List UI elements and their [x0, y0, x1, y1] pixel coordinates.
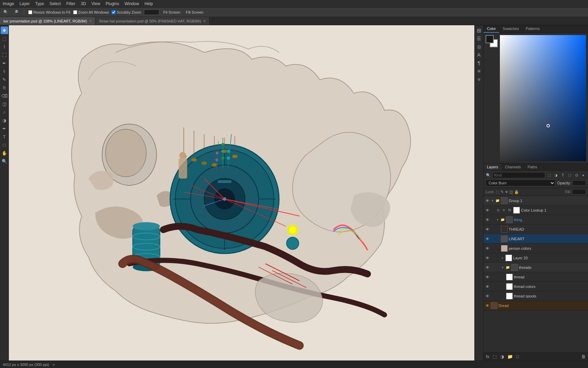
layer-item[interactable]: 👁 thread colors	[484, 282, 588, 291]
menu-view[interactable]: View	[92, 1, 100, 6]
new-layer-button[interactable]: □	[515, 354, 520, 359]
tab-0[interactable]: ker presentation.psd @ 108% (LINEART, RG…	[0, 17, 96, 25]
expand-icon[interactable]: ▾	[501, 266, 504, 269]
visibility-icon[interactable]: 👁	[485, 256, 490, 260]
lasso-tool[interactable]: ⌇	[1, 43, 8, 50]
clone-tool[interactable]: ⎘	[1, 84, 8, 91]
fg-color-swatch[interactable]	[486, 35, 494, 43]
text-panel-tool[interactable]: A	[475, 51, 483, 59]
add-adjustment-button[interactable]: ◑	[499, 354, 505, 359]
histogram-tool[interactable]: ✳	[475, 67, 483, 75]
layer-item-dread[interactable]: 👁 Dread	[484, 301, 588, 310]
lock-pixel-icon[interactable]: ⬚	[496, 190, 499, 194]
expand-icon[interactable]: ▾	[491, 199, 494, 202]
shape-tool[interactable]: □	[1, 141, 8, 149]
pixel-filter-icon[interactable]: ⬚	[546, 172, 552, 178]
layer-item[interactable]: 👁 LINEART	[484, 234, 588, 244]
zoom-in-button[interactable]: 🔍	[2, 9, 10, 15]
color-gradient-picker[interactable]	[500, 35, 586, 161]
tab-1[interactable]: Straw hat presentation.psd @ 50% (FINISH…	[96, 17, 210, 25]
swatches-tab[interactable]: Swatches	[499, 25, 522, 33]
smartobj-filter-icon[interactable]: ⊙	[574, 172, 579, 178]
crop-tool[interactable]: ⛶	[1, 51, 8, 59]
layer-item[interactable]: 👁 ▾ 📁 Group 1	[484, 196, 588, 205]
paragraph-tool[interactable]: ¶	[475, 59, 483, 67]
zoom-input[interactable]: 108%	[144, 10, 159, 15]
add-mask-button[interactable]: ⬚	[492, 354, 498, 359]
visibility-icon[interactable]: 👁	[485, 208, 490, 213]
visibility-icon[interactable]: 👁	[485, 265, 490, 270]
patterns-tab[interactable]: Patterns	[522, 25, 543, 33]
layer-item[interactable]: 👁 THREAD	[484, 225, 588, 234]
menu-plugins[interactable]: Plugins	[106, 1, 119, 6]
fill-input[interactable]: 100%	[572, 189, 586, 195]
move-tool[interactable]: ✥	[1, 27, 8, 34]
lock-all-icon[interactable]: 🔒	[514, 190, 519, 194]
history-tool[interactable]: ≡	[475, 76, 483, 83]
color-tab[interactable]: Color	[484, 25, 499, 33]
layers-kind-select[interactable]	[492, 172, 545, 178]
resize-windows-label[interactable]: Resize Windows to Fit	[28, 10, 70, 14]
lock-paint-icon[interactable]: ✎	[501, 190, 504, 194]
layer-item[interactable]: 👁 person colors	[484, 244, 588, 253]
zoom-all-checkbox[interactable]	[73, 10, 77, 14]
menu-3d[interactable]: 3D	[81, 1, 86, 6]
lock-position-icon[interactable]: ✛	[505, 190, 508, 194]
layer-item[interactable]: 👁 thread	[484, 272, 588, 282]
properties-tool[interactable]: ⊞	[475, 27, 483, 34]
eraser-tool[interactable]: ⌫	[1, 92, 8, 99]
shape-filter-icon[interactable]: □	[567, 172, 572, 178]
visibility-icon[interactable]: 👁	[485, 217, 490, 222]
layer-item[interactable]: 👁 ▾ 📁 thing.	[484, 215, 588, 225]
visibility-icon[interactable]: 👁	[485, 198, 490, 203]
select-tool[interactable]: ⬚	[1, 35, 8, 42]
scrubby-zoom-label[interactable]: Scrubby Zoom	[112, 10, 141, 14]
canvas-area[interactable]	[9, 25, 474, 361]
zoom-out-button[interactable]: 🔎	[12, 9, 20, 15]
tab-1-close[interactable]: ✕	[203, 19, 206, 23]
adjustments-tool[interactable]: ◎	[475, 43, 483, 50]
visibility-icon[interactable]: 👁	[485, 236, 490, 241]
layers-tab-layers[interactable]: Layers	[484, 164, 502, 170]
expand-icon[interactable]: ▾	[496, 218, 499, 221]
zoom-all-label[interactable]: Zoom All Windows	[73, 10, 109, 14]
visibility-icon[interactable]: 👁	[485, 284, 490, 289]
blur-tool[interactable]: ○	[1, 108, 8, 116]
layers-tool[interactable]: ☰	[475, 35, 483, 42]
layer-item[interactable]: 👁 ▾ 📁 threads	[484, 263, 588, 272]
type-filter-icon[interactable]: T	[560, 172, 566, 178]
layers-tab-paths[interactable]: Paths	[524, 164, 541, 170]
eyedropper-tool[interactable]: ✒	[1, 59, 8, 67]
dodge-tool[interactable]: ◑	[1, 117, 8, 124]
visibility-icon[interactable]: 👁	[485, 303, 490, 308]
gradient-tool[interactable]: ◫	[1, 100, 8, 108]
text-tool[interactable]: T	[1, 133, 8, 140]
heal-tool[interactable]: ⚕	[1, 67, 8, 75]
filter-toggle-icon[interactable]: ●	[581, 172, 586, 178]
layer-item[interactable]: 👁 thread spools	[484, 291, 588, 301]
lock-artboard-icon[interactable]: ◫	[509, 190, 513, 194]
hand-tool[interactable]: ✋	[1, 149, 8, 157]
fill-screen-button[interactable]: Fill Screen	[184, 10, 205, 15]
layers-tab-channels[interactable]: Channels	[502, 164, 524, 170]
expand-icon[interactable]: ▸	[501, 256, 504, 260]
opacity-input[interactable]: 100%	[572, 180, 586, 186]
fit-screen-button[interactable]: Fit Screen	[162, 10, 182, 15]
visibility-icon[interactable]: 👁	[485, 275, 490, 279]
menu-image[interactable]: Image	[3, 1, 14, 6]
layer-item[interactable]: 👁 ▸ Layer 20	[484, 253, 588, 263]
scrubby-zoom-checkbox[interactable]	[112, 10, 116, 14]
blend-mode-select[interactable]: Color Burn	[486, 180, 555, 186]
tab-0-close[interactable]: ✕	[89, 19, 92, 23]
zoom-tool[interactable]: 🔍	[1, 157, 8, 165]
new-group-button[interactable]: 📁	[506, 354, 514, 359]
fx-button[interactable]: fx	[485, 354, 490, 359]
brush-tool[interactable]: ✎	[1, 76, 8, 83]
visibility-icon[interactable]: 👁	[485, 294, 490, 298]
menu-type[interactable]: Type	[35, 1, 44, 6]
menu-window[interactable]: Window	[125, 1, 139, 6]
menu-select[interactable]: Select	[49, 1, 61, 6]
visibility-icon[interactable]: 👁	[485, 227, 490, 232]
adjustment-filter-icon[interactable]: ◑	[553, 172, 559, 178]
pen-tool[interactable]: ✒	[1, 125, 8, 132]
